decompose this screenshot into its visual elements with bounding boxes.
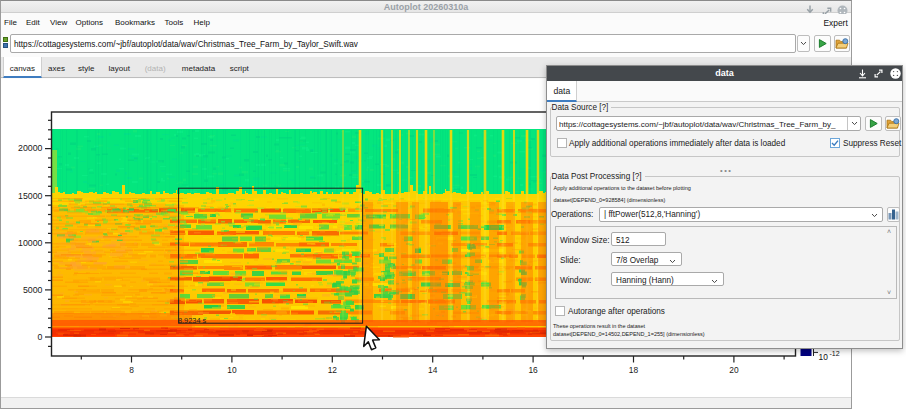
- svg-text:0: 0: [38, 332, 43, 342]
- svg-text:20000: 20000: [18, 143, 43, 153]
- svg-text:18: 18: [629, 365, 639, 375]
- svg-text:5000: 5000: [23, 285, 43, 295]
- svg-text:10: 10: [819, 352, 829, 362]
- svg-text:15000: 15000: [18, 191, 43, 201]
- svg-text:20: 20: [729, 365, 739, 375]
- svg-text:10: 10: [227, 365, 237, 375]
- svg-text:8.9234 s: 8.9234 s: [178, 316, 207, 325]
- svg-text:16: 16: [528, 365, 538, 375]
- svg-text:-12: -12: [830, 350, 840, 357]
- svg-text:8: 8: [129, 365, 134, 375]
- svg-text:10000: 10000: [18, 238, 43, 248]
- svg-text:14: 14: [428, 365, 438, 375]
- svg-text:12: 12: [328, 365, 338, 375]
